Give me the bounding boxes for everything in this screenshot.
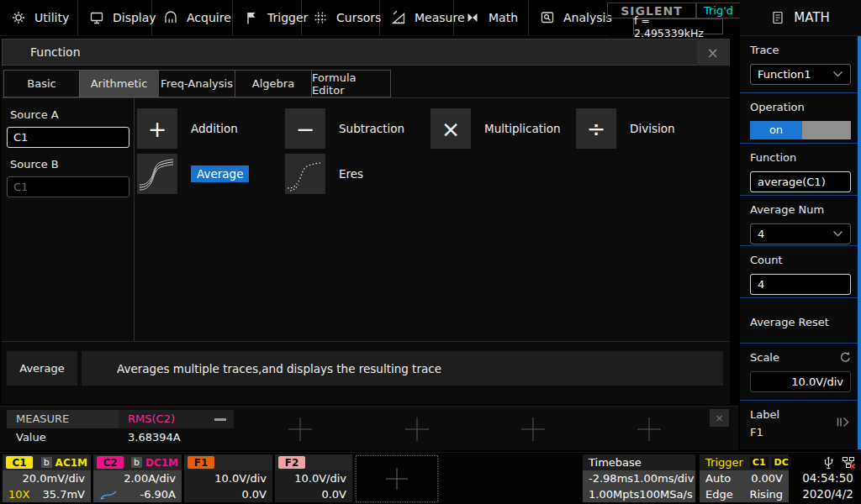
timebase-header: Timebase: [583, 454, 695, 470]
c1-offset-row: 10X 35.7mV: [3, 486, 91, 502]
op-multiplication[interactable]: × Multiplication: [430, 108, 561, 149]
menu-label: Math: [489, 11, 518, 24]
trace-dropdown[interactable]: Function1: [750, 64, 851, 85]
plus-symbol-icon: +: [137, 108, 177, 149]
count-value-box[interactable]: 4: [750, 274, 851, 295]
dialog-close-button[interactable]: ×: [697, 40, 728, 66]
average-reset-button[interactable]: Average Reset: [750, 304, 851, 328]
c1-badge: C1: [6, 456, 33, 469]
c2-offset: -6.90A: [140, 488, 176, 501]
add-measure-icon[interactable]: [283, 412, 317, 446]
clock-time: 04:54:50: [802, 470, 853, 486]
add-measure-icon[interactable]: [400, 412, 434, 446]
timebase-sample-rate: 100MSa/s: [639, 488, 692, 501]
tab-arithmetic[interactable]: Arithmetic: [79, 70, 159, 97]
f1-badge: F1: [188, 456, 214, 469]
timebase-box[interactable]: Timebase -2.98ms 1.00ms/div 1.00Mpts 100…: [583, 454, 695, 502]
count-label: Count: [750, 254, 851, 266]
channel-c1-box[interactable]: C1 b AC1M 20.0mV/div 10X 35.7mV: [3, 454, 91, 502]
scale-value-box[interactable]: 10.0V/div: [750, 371, 851, 392]
menu-measure[interactable]: Measure: [380, 0, 454, 35]
c1-scale: 20.0mV/div: [3, 470, 91, 486]
channel-c2-box[interactable]: C2 b DC1M 2.00A/div -6.90A: [93, 454, 182, 502]
timebase-scale: 1.00ms/div: [633, 472, 694, 485]
f2-header: F2: [275, 454, 352, 470]
label-value[interactable]: F1: [750, 426, 763, 438]
menu-math[interactable]: Math: [454, 0, 529, 35]
op-average[interactable]: Average: [137, 154, 249, 194]
add-channel-plus-icon: [381, 463, 413, 495]
menu-display[interactable]: Display: [78, 0, 152, 35]
add-channel-box[interactable]: [356, 455, 438, 502]
menu-label: Cursors: [336, 11, 381, 24]
op-name-eres: Eres: [339, 167, 363, 181]
description-term: Average: [7, 351, 77, 386]
average-num-label: Average Num: [750, 203, 851, 216]
source-a-input[interactable]: C1: [7, 127, 129, 148]
panel-title: MATH: [794, 10, 829, 25]
add-measure-icon[interactable]: [632, 412, 666, 446]
op-division[interactable]: ÷ Division: [576, 108, 675, 149]
menu-label: Display: [113, 11, 156, 24]
op-name: Division: [630, 122, 675, 135]
c2-offset-row: -6.90A: [93, 486, 182, 502]
divide-symbol-icon: ÷: [576, 108, 616, 149]
c1-bandwidth-chip: b: [41, 457, 52, 468]
function-dialog: Function × Basic Arithmetic Freq-Analysi…: [2, 39, 730, 404]
op-eres[interactable]: Eres: [285, 154, 363, 194]
operation-label: Operation: [750, 101, 851, 113]
tab-algebra[interactable]: Algebra: [235, 70, 312, 97]
operation-toggle[interactable]: on: [750, 121, 851, 139]
op-name: Multiplication: [484, 122, 561, 135]
source-b-label: Source B: [10, 158, 134, 171]
scale-label-text: Scale: [750, 351, 779, 364]
current-probe-icon: [99, 489, 118, 501]
tab-formula-editor[interactable]: Formula Editor: [311, 70, 391, 97]
menu-analysis[interactable]: Analysis: [529, 0, 605, 35]
remove-measure-icon[interactable]: [214, 418, 226, 421]
menu-acquire[interactable]: Acquire: [152, 0, 233, 35]
expand-panel-icon[interactable]: [836, 417, 851, 428]
cursors-grid-icon: [313, 10, 328, 25]
trigger-box[interactable]: Trigger C1 DC Auto 0.00V Edge Rising: [700, 454, 789, 502]
multiply-symbol-icon: ×: [430, 108, 471, 149]
channel-f1-box[interactable]: F1 10.0V/div 0.0V: [184, 454, 272, 502]
f1-header: F1: [184, 454, 272, 470]
add-measure-icon[interactable]: [516, 412, 550, 446]
menu-trigger[interactable]: Trigger: [233, 0, 302, 35]
channel-f2-box[interactable]: F2 10.0V/div 0.0V: [275, 454, 352, 502]
source-b-input[interactable]: C1: [7, 176, 129, 197]
timebase-points: 1.00Mpts: [589, 488, 639, 501]
timebase-row-2: 1.00Mpts 100MSa/s: [583, 486, 695, 502]
timebase-delay: -2.98ms: [589, 472, 633, 485]
measure-slot-rms[interactable]: RMS(C2): [119, 410, 234, 428]
average-num-dropdown[interactable]: 4: [750, 223, 851, 244]
menu-label: Utility: [34, 11, 69, 24]
section-trace: Trace Function1: [740, 36, 861, 92]
op-name: Addition: [191, 122, 238, 135]
op-addition[interactable]: + Addition: [137, 108, 238, 149]
trigger-type: Edge: [705, 488, 733, 501]
c1-coupling: AC1M: [55, 457, 87, 469]
trigger-row-2: Edge Rising: [700, 486, 789, 502]
tab-freq-analysis[interactable]: Freq-Analysis: [158, 70, 235, 97]
toggle-off-track: [802, 121, 851, 139]
function-value-box[interactable]: average(C1): [750, 171, 851, 192]
tab-basic[interactable]: Basic: [3, 70, 80, 97]
c1-attenuation: 10X: [8, 488, 29, 501]
measure-title: MEASURE: [7, 410, 119, 428]
measure-value-label: Value: [16, 431, 46, 444]
top-menu-bar: Utility Display Acquire Trigger Cursors …: [0, 0, 607, 36]
section-function: Function average(C1): [740, 143, 861, 195]
gear-icon: [11, 10, 26, 25]
op-name: Subtraction: [339, 122, 404, 135]
menu-utility[interactable]: Utility: [0, 0, 78, 35]
trigger-header: Trigger C1 DC: [700, 454, 789, 470]
menu-cursors[interactable]: Cursors: [302, 0, 380, 35]
flag-icon: [244, 10, 259, 25]
measure-close-button[interactable]: ×: [710, 409, 729, 427]
op-subtraction[interactable]: − Subtraction: [285, 108, 404, 149]
eres-waveform-icon: [285, 154, 325, 194]
trigger-source-chip: C1: [750, 457, 769, 469]
refresh-icon[interactable]: [838, 351, 851, 364]
